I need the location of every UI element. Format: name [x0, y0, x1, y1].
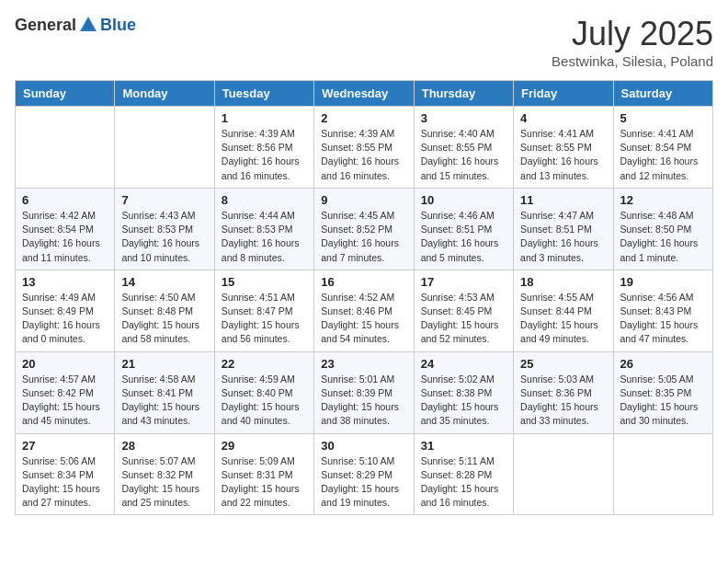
day-info: Sunrise: 4:45 AM Sunset: 8:52 PM Dayligh…	[321, 209, 406, 265]
day-info: Sunrise: 4:42 AM Sunset: 8:54 PM Dayligh…	[22, 209, 108, 265]
day-info: Sunrise: 4:55 AM Sunset: 8:44 PM Dayligh…	[520, 291, 606, 347]
calendar-cell: 3Sunrise: 4:40 AM Sunset: 8:55 PM Daylig…	[414, 107, 513, 189]
calendar-cell	[613, 433, 712, 515]
day-number: 7	[121, 193, 207, 207]
day-info: Sunrise: 4:39 AM Sunset: 8:56 PM Dayligh…	[222, 127, 307, 183]
calendar-cell: 20Sunrise: 4:57 AM Sunset: 8:42 PM Dayli…	[16, 351, 115, 433]
logo-blue: Blue	[100, 16, 136, 35]
day-info: Sunrise: 4:40 AM Sunset: 8:55 PM Dayligh…	[421, 127, 506, 183]
day-number: 21	[121, 357, 207, 371]
day-info: Sunrise: 4:50 AM Sunset: 8:48 PM Dayligh…	[121, 291, 207, 347]
day-number: 18	[520, 275, 606, 289]
day-number: 26	[620, 357, 706, 371]
logo-icon	[78, 15, 98, 35]
day-info: Sunrise: 4:57 AM Sunset: 8:42 PM Dayligh…	[22, 373, 108, 429]
day-number: 8	[222, 193, 307, 207]
col-header-sunday: Sunday	[16, 81, 115, 107]
day-info: Sunrise: 4:51 AM Sunset: 8:47 PM Dayligh…	[222, 291, 307, 347]
day-number: 25	[520, 357, 606, 371]
day-number: 13	[22, 275, 108, 289]
calendar-cell: 25Sunrise: 5:03 AM Sunset: 8:36 PM Dayli…	[514, 351, 613, 433]
calendar-cell: 28Sunrise: 5:07 AM Sunset: 8:32 PM Dayli…	[115, 433, 214, 515]
calendar-cell: 14Sunrise: 4:50 AM Sunset: 8:48 PM Dayli…	[115, 270, 214, 351]
day-info: Sunrise: 4:48 AM Sunset: 8:50 PM Dayligh…	[620, 209, 706, 265]
col-header-friday: Friday	[514, 81, 613, 107]
calendar-cell: 12Sunrise: 4:48 AM Sunset: 8:50 PM Dayli…	[613, 188, 712, 270]
day-info: Sunrise: 4:46 AM Sunset: 8:51 PM Dayligh…	[421, 209, 506, 265]
calendar-cell: 27Sunrise: 5:06 AM Sunset: 8:34 PM Dayli…	[16, 433, 115, 515]
day-info: Sunrise: 5:06 AM Sunset: 8:34 PM Dayligh…	[22, 454, 108, 511]
day-info: Sunrise: 4:56 AM Sunset: 8:43 PM Dayligh…	[620, 291, 706, 347]
day-info: Sunrise: 5:10 AM Sunset: 8:29 PM Dayligh…	[321, 454, 406, 511]
day-number: 6	[22, 193, 108, 207]
day-number: 19	[620, 275, 706, 289]
day-info: Sunrise: 5:07 AM Sunset: 8:32 PM Dayligh…	[121, 454, 207, 511]
calendar-week-row: 27Sunrise: 5:06 AM Sunset: 8:34 PM Dayli…	[16, 433, 713, 515]
day-number: 24	[421, 357, 506, 371]
day-info: Sunrise: 4:47 AM Sunset: 8:51 PM Dayligh…	[520, 209, 606, 265]
day-number: 31	[421, 439, 506, 453]
calendar-cell: 22Sunrise: 4:59 AM Sunset: 8:40 PM Dayli…	[214, 351, 313, 433]
day-info: Sunrise: 4:52 AM Sunset: 8:46 PM Dayligh…	[321, 291, 406, 347]
day-number: 4	[520, 111, 606, 125]
calendar-cell: 2Sunrise: 4:39 AM Sunset: 8:55 PM Daylig…	[314, 107, 414, 189]
calendar-cell	[16, 107, 115, 189]
day-number: 10	[421, 193, 506, 207]
col-header-thursday: Thursday	[414, 81, 513, 107]
logo-general: General	[15, 16, 76, 35]
page-header: General Blue July 2025 Bestwinka, Silesi…	[15, 15, 713, 69]
day-info: Sunrise: 5:11 AM Sunset: 8:28 PM Dayligh…	[421, 454, 506, 511]
calendar-week-row: 20Sunrise: 4:57 AM Sunset: 8:42 PM Dayli…	[16, 351, 713, 433]
calendar-cell: 8Sunrise: 4:44 AM Sunset: 8:53 PM Daylig…	[214, 188, 313, 270]
calendar-cell: 13Sunrise: 4:49 AM Sunset: 8:49 PM Dayli…	[16, 270, 115, 351]
calendar-cell: 9Sunrise: 4:45 AM Sunset: 8:52 PM Daylig…	[314, 188, 414, 270]
day-info: Sunrise: 4:41 AM Sunset: 8:54 PM Dayligh…	[620, 127, 706, 183]
title-block: July 2025 Bestwinka, Silesia, Poland	[552, 15, 713, 69]
calendar-cell	[514, 433, 613, 515]
calendar-cell: 1Sunrise: 4:39 AM Sunset: 8:56 PM Daylig…	[214, 107, 313, 189]
day-number: 1	[222, 111, 307, 125]
calendar-header-row: SundayMondayTuesdayWednesdayThursdayFrid…	[16, 81, 713, 107]
calendar-cell: 6Sunrise: 4:42 AM Sunset: 8:54 PM Daylig…	[16, 188, 115, 270]
calendar-cell	[115, 107, 214, 189]
calendar-cell: 4Sunrise: 4:41 AM Sunset: 8:55 PM Daylig…	[514, 107, 613, 189]
day-number: 11	[520, 193, 606, 207]
calendar-cell: 15Sunrise: 4:51 AM Sunset: 8:47 PM Dayli…	[214, 270, 313, 351]
day-info: Sunrise: 4:43 AM Sunset: 8:53 PM Dayligh…	[121, 209, 207, 265]
col-header-saturday: Saturday	[613, 81, 712, 107]
day-info: Sunrise: 4:39 AM Sunset: 8:55 PM Dayligh…	[321, 127, 406, 183]
calendar-week-row: 6Sunrise: 4:42 AM Sunset: 8:54 PM Daylig…	[16, 188, 713, 270]
calendar-week-row: 1Sunrise: 4:39 AM Sunset: 8:56 PM Daylig…	[16, 107, 713, 189]
calendar-cell: 7Sunrise: 4:43 AM Sunset: 8:53 PM Daylig…	[115, 188, 214, 270]
day-number: 28	[121, 439, 207, 453]
day-number: 16	[321, 275, 406, 289]
day-number: 12	[620, 193, 706, 207]
calendar-cell: 19Sunrise: 4:56 AM Sunset: 8:43 PM Dayli…	[613, 270, 712, 351]
calendar-cell: 24Sunrise: 5:02 AM Sunset: 8:38 PM Dayli…	[414, 351, 513, 433]
calendar-cell: 26Sunrise: 5:05 AM Sunset: 8:35 PM Dayli…	[613, 351, 712, 433]
day-info: Sunrise: 5:09 AM Sunset: 8:31 PM Dayligh…	[222, 454, 307, 511]
calendar-cell: 10Sunrise: 4:46 AM Sunset: 8:51 PM Dayli…	[414, 188, 513, 270]
col-header-monday: Monday	[115, 81, 214, 107]
location-title: Bestwinka, Silesia, Poland	[552, 53, 713, 69]
logo: General Blue	[15, 15, 136, 35]
day-number: 20	[22, 357, 108, 371]
day-info: Sunrise: 5:05 AM Sunset: 8:35 PM Dayligh…	[620, 373, 706, 429]
day-number: 9	[321, 193, 406, 207]
day-number: 27	[22, 439, 108, 453]
calendar-table: SundayMondayTuesdayWednesdayThursdayFrid…	[15, 80, 713, 515]
col-header-wednesday: Wednesday	[314, 81, 414, 107]
calendar-cell: 31Sunrise: 5:11 AM Sunset: 8:28 PM Dayli…	[414, 433, 513, 515]
day-number: 22	[222, 357, 307, 371]
calendar-cell: 23Sunrise: 5:01 AM Sunset: 8:39 PM Dayli…	[314, 351, 414, 433]
day-info: Sunrise: 4:44 AM Sunset: 8:53 PM Dayligh…	[222, 209, 307, 265]
month-title: July 2025	[552, 15, 713, 53]
calendar-cell: 17Sunrise: 4:53 AM Sunset: 8:45 PM Dayli…	[414, 270, 513, 351]
day-number: 5	[620, 111, 706, 125]
day-number: 15	[222, 275, 307, 289]
day-number: 17	[421, 275, 506, 289]
calendar-cell: 30Sunrise: 5:10 AM Sunset: 8:29 PM Dayli…	[314, 433, 414, 515]
calendar-cell: 21Sunrise: 4:58 AM Sunset: 8:41 PM Dayli…	[115, 351, 214, 433]
day-info: Sunrise: 5:02 AM Sunset: 8:38 PM Dayligh…	[421, 373, 506, 429]
day-info: Sunrise: 4:53 AM Sunset: 8:45 PM Dayligh…	[421, 291, 506, 347]
